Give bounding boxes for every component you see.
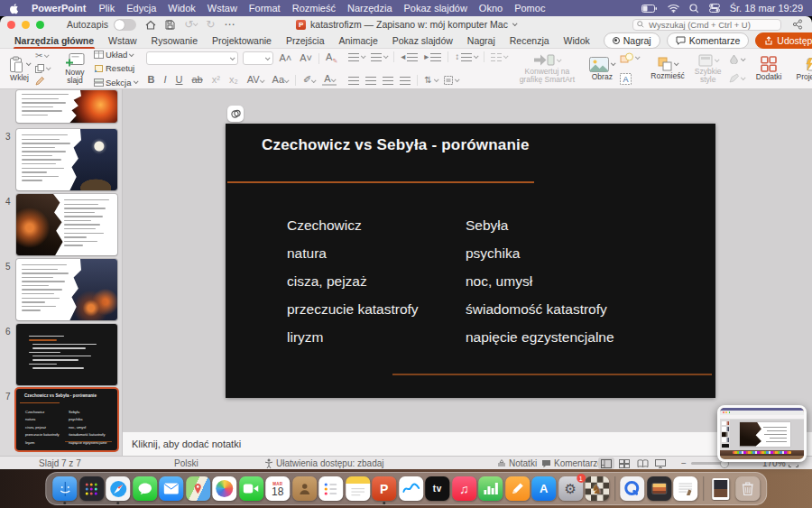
menu-item-widok[interactable]: Widok (168, 3, 196, 14)
arrange-button[interactable]: Rozmieść (648, 56, 687, 81)
slide-7-thumbnail[interactable]: Czechowicz vs Sebyła - porównanie Czecho… (16, 389, 117, 450)
mail-dock-icon[interactable] (159, 476, 183, 501)
tab-wstaw[interactable]: Wstaw (101, 33, 144, 48)
menu-item-pomoc[interactable]: Pomoc (514, 3, 545, 14)
superscript-button[interactable]: x² (210, 75, 222, 85)
menu-clock[interactable]: Śr. 18 mar 19:29 (730, 3, 803, 14)
menu-item-edycja[interactable]: Edycja (126, 3, 156, 14)
text-direction-button[interactable]: ⇅ (424, 76, 437, 85)
chess-dock-icon[interactable]: ♞ (585, 476, 609, 501)
zoom-out-button[interactable]: − (681, 458, 687, 468)
font-color-button[interactable]: A (322, 74, 336, 86)
tab-pokaz-slajdow[interactable]: Pokaz slajdów (385, 33, 460, 48)
contacts-dock-icon[interactable] (292, 476, 317, 501)
messages-dock-icon[interactable] (133, 476, 157, 501)
photos-dock-icon[interactable] (212, 476, 236, 501)
zoom-slider[interactable] (691, 462, 729, 465)
numbers-dock-icon[interactable] (478, 476, 503, 501)
autosave-toggle[interactable] (114, 19, 136, 31)
text-box-button[interactable]: A (620, 73, 639, 85)
menu-item-plik[interactable]: Plik (99, 3, 115, 14)
convert-smartart-button[interactable]: Konwertuj na grafikę SmartArt (516, 52, 577, 85)
normal-view-button[interactable] (598, 457, 614, 469)
cut-button[interactable]: ✂ (35, 51, 50, 60)
slide-title[interactable]: Czechowicz vs Sebyła - porównanie (262, 136, 530, 154)
document-title[interactable]: P katastrofizm — Zapisano w: mój kompute… (296, 19, 516, 30)
underline-button[interactable]: U (174, 75, 185, 85)
tab-narzedzia-glowne[interactable]: Narzędzia główne (7, 33, 101, 48)
notes-pane[interactable]: Kliknij, aby dodać notatki (123, 431, 812, 456)
battery-icon[interactable] (641, 5, 658, 13)
increase-font-size-button[interactable]: A˄ (278, 53, 294, 63)
menu-item-wstaw[interactable]: Wstaw (208, 3, 237, 14)
pages-dock-icon[interactable] (505, 476, 530, 501)
slide-counter[interactable]: Slajd 7 z 7 (39, 457, 81, 470)
reading-view-button[interactable] (634, 457, 651, 469)
increase-indent-button[interactable]: ▸ (424, 52, 441, 61)
designer-button[interactable]: Projektant (793, 56, 812, 82)
apple-menu-icon[interactable] (9, 3, 19, 14)
numbering-button[interactable] (371, 53, 387, 61)
addins-button[interactable]: Dodatki (753, 55, 785, 82)
language-indicator[interactable]: Polski (174, 457, 198, 470)
launchpad-dock-icon[interactable] (79, 476, 104, 501)
music-dock-icon[interactable]: ♫ (452, 476, 476, 501)
justify-button[interactable] (400, 77, 411, 85)
accessibility-status[interactable]: Ułatwienia dostępu: zbadaj (264, 457, 384, 470)
clear-formatting-button[interactable]: A✎ (324, 52, 339, 64)
align-center-button[interactable] (365, 77, 376, 85)
format-painter-icon[interactable] (35, 76, 50, 86)
menu-item-format[interactable]: Format (249, 3, 281, 14)
paste-button[interactable]: Wklej (6, 55, 32, 83)
close-window-button[interactable] (7, 21, 15, 29)
copilot-canvas-button[interactable] (227, 106, 244, 122)
decrease-font-size-button[interactable]: A˅ (298, 53, 314, 63)
screenshot-stack-dock-icon[interactable] (708, 476, 733, 501)
character-spacing-button[interactable]: AV (245, 75, 265, 85)
maps-dock-icon[interactable] (186, 476, 210, 501)
italic-button[interactable]: I (161, 75, 168, 85)
freeform-dock-icon[interactable] (399, 476, 423, 501)
reminders-dock-icon[interactable] (318, 476, 343, 501)
record-button[interactable]: Nagraj (604, 32, 660, 49)
redo-icon[interactable]: ↻ (206, 18, 215, 31)
comments-toggle-button[interactable]: Komentarze (541, 457, 603, 470)
finder-dock-icon[interactable] (52, 476, 77, 501)
slide-sorter-view-button[interactable] (616, 457, 632, 469)
slide-4-thumbnail[interactable] (16, 194, 117, 255)
new-slide-button[interactable]: Nowy slajd (59, 51, 91, 86)
menu-item-narzedzia[interactable]: Narzędzia (347, 3, 392, 14)
line-spacing-button[interactable]: ↕ (455, 52, 477, 61)
notes-dock-icon[interactable] (346, 476, 370, 501)
font-size-dropdown[interactable] (243, 51, 273, 65)
share-icon[interactable] (792, 19, 803, 30)
control-center-icon[interactable] (709, 4, 720, 13)
copy-button[interactable] (35, 64, 50, 73)
tab-widok[interactable]: Widok (557, 33, 597, 48)
undo-icon[interactable]: ↺ (184, 18, 197, 31)
shape-outline-button[interactable] (729, 73, 744, 83)
menu-item-pokaz-slajdow[interactable]: Pokaz slajdów (404, 3, 467, 14)
safari-dock-icon[interactable] (106, 476, 130, 501)
bold-button[interactable]: B (146, 75, 157, 85)
zoom-window-button[interactable] (36, 21, 44, 29)
shapes-button[interactable] (620, 52, 639, 63)
columns-button[interactable] (491, 53, 507, 61)
notes-toggle-button[interactable]: Notatki (497, 457, 537, 470)
slide-left-column[interactable]: Czechowicz natura cisza, pejzaż przeczuc… (287, 211, 419, 351)
tab-animacje[interactable]: Animacje (332, 33, 385, 48)
textedit-dock-icon[interactable] (673, 476, 697, 501)
comments-button[interactable]: Komentarze (667, 32, 750, 49)
system-settings-dock-icon[interactable]: ⚙1 (558, 476, 583, 501)
screenshot-preview-window[interactable] (717, 405, 807, 462)
facetime-dock-icon[interactable] (239, 476, 263, 501)
font-name-dropdown[interactable] (146, 51, 238, 65)
tab-projektowanie[interactable]: Projektowanie (205, 33, 279, 48)
slide-2-thumbnail[interactable] (16, 90, 117, 123)
trash-dock-icon[interactable] (735, 476, 760, 501)
quicktime-dock-icon[interactable] (620, 476, 644, 501)
slide-right-column[interactable]: Sebyła psychika noc, umysł świadomość ka… (466, 211, 614, 351)
app-store-dock-icon[interactable]: A (531, 476, 556, 501)
layout-button[interactable]: Układ (94, 51, 137, 60)
tab-nagraj[interactable]: Nagraj (460, 33, 503, 48)
